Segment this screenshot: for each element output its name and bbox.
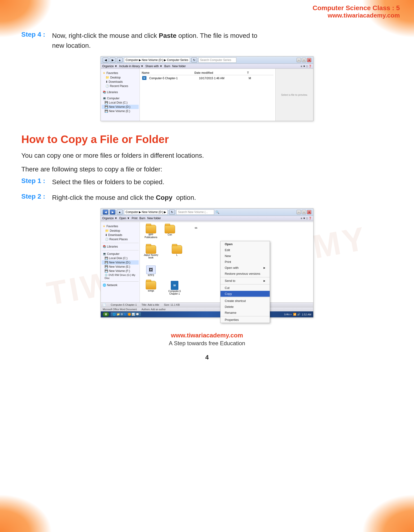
- print-btn-2[interactable]: Print: [132, 217, 137, 220]
- main-content: Step 4 : Now, right-click the mouse and …: [0, 0, 414, 394]
- file-item-chapter1[interactable]: W Computer-5 Chapter-1: [166, 281, 183, 295]
- explorer-main-2: BPP Publications Con ss Jaipur Nusery bo…: [140, 222, 313, 302]
- open-btn-2[interactable]: Open ▼: [119, 217, 130, 220]
- file-label-con: Con: [168, 233, 172, 236]
- ctx-sep-3: [221, 297, 270, 297]
- refresh-btn-1[interactable]: ↻: [191, 57, 197, 63]
- maximize-btn-1[interactable]: □: [302, 58, 306, 62]
- status-type: Microsoft Office Word Document: [103, 308, 137, 311]
- file-item-jaipur[interactable]: Jaipur Nusery book: [143, 245, 159, 259]
- toolbar-1: Organize ▼ Include in library ▼ Share wi…: [101, 64, 313, 69]
- nav-path-1[interactable]: Computer ▶ New Volume (D:) ▶ Computer Se…: [124, 57, 190, 63]
- organize-btn-1[interactable]: Organize ▼: [102, 65, 117, 68]
- organize-btn-2[interactable]: Organize ▼: [102, 217, 117, 220]
- word-icon-chapter1: W: [171, 281, 178, 290]
- step1-block: Step 1 : Select the files or folders to …: [21, 177, 393, 187]
- file-row-1[interactable]: W Computer-5 Chapter-1 10/17/2015 1:46 A…: [142, 75, 273, 81]
- forward-btn-1[interactable]: ▶: [110, 57, 116, 63]
- sidebar-item-favorites[interactable]: ★ Favorites: [102, 71, 139, 75]
- taskbar-links: Links »: [284, 313, 292, 316]
- ctx-restore[interactable]: Restore previous versions: [221, 271, 270, 277]
- up-btn-2[interactable]: ▲: [117, 209, 123, 215]
- ctx-open[interactable]: Open: [221, 241, 270, 247]
- ctx-openwith[interactable]: Open with ▶: [221, 265, 270, 271]
- burn-btn-1[interactable]: Burn: [164, 65, 170, 68]
- sidebar-item-computer[interactable]: 💻 Computer: [102, 96, 139, 101]
- ctx-edit[interactable]: Edit: [221, 247, 270, 253]
- col-type-header: T: [247, 71, 273, 75]
- sb2-computer[interactable]: 💻 Computer: [102, 252, 139, 256]
- up-btn-1[interactable]: ▲: [117, 57, 123, 63]
- sidebar-item-desktop[interactable]: 📁 Desktop: [102, 75, 139, 80]
- sb2-newvol-e[interactable]: 💾 New Volume (E:): [102, 265, 139, 269]
- spacer-l: [162, 245, 166, 259]
- sb2-desktop[interactable]: 📁 Desktop: [102, 228, 139, 233]
- intro-text-2: There are following steps to copy a file…: [21, 164, 393, 175]
- footer: www.tiwariacademy.com A Step towards fre…: [21, 332, 393, 370]
- file-item-bpp[interactable]: BPP Publications: [143, 225, 159, 238]
- ctx-properties[interactable]: Properties: [221, 317, 270, 323]
- sidebar-item-downloads[interactable]: ⬇ Downloads: [102, 80, 139, 84]
- explorer-window-1: ◀ ▶ ▲ Computer ▶ New Volume (D:) ▶ Compu…: [101, 56, 313, 121]
- sb2-downloads[interactable]: ⬇ Downloads: [102, 233, 139, 237]
- file-item-ntfs[interactable]: 🖼 NTFS: [143, 266, 159, 277]
- sidebar-item-recent[interactable]: 🕒 Recent Places: [102, 84, 139, 88]
- include-btn-1[interactable]: Include in library ▼: [119, 65, 144, 68]
- sb2-recent[interactable]: 🕒 Recent Places: [102, 237, 139, 241]
- minimize-btn-1[interactable]: ─: [297, 58, 301, 62]
- new-folder-btn-2[interactable]: New folder: [147, 217, 161, 220]
- new-folder-btn-1[interactable]: New folder: [172, 65, 186, 68]
- close-btn-2[interactable]: ✕: [307, 210, 311, 214]
- sb2-newvol-d[interactable]: 💾 New Volume (D:): [102, 260, 139, 265]
- sidebar-item-libraries[interactable]: 📚 Libraries: [102, 90, 139, 94]
- search-box-1[interactable]: Search Computer Series: [199, 57, 236, 63]
- sb2-localdisk[interactable]: 💾 Local Disk (C:): [102, 256, 139, 260]
- maximize-btn-2[interactable]: □: [302, 210, 306, 214]
- sb2-dvd[interactable]: 💿 DVD RW Drive (G:) My Disc: [102, 273, 139, 280]
- sidebar-item-localdisk[interactable]: 💾 Local Disk (C:): [102, 101, 139, 105]
- ctx-sendto[interactable]: Send to ▶: [221, 278, 270, 284]
- share-btn-1[interactable]: Share with ▼: [145, 65, 163, 68]
- sidebar-favorites: ★ Favorites 📁 Desktop ⬇ Downloads 🕒 Rece…: [102, 71, 139, 88]
- minimize-btn-2[interactable]: ─: [297, 210, 301, 214]
- intro-text-1: You can copy one or more files or folder…: [21, 150, 393, 161]
- file-item-con[interactable]: Con: [162, 225, 178, 238]
- sb2-network[interactable]: 🌐 Network: [102, 283, 139, 287]
- status-authors: Authors: Add an author: [142, 308, 166, 311]
- status-filename: Computer-5 Chapter-1: [111, 303, 137, 306]
- folder-icon-bpp: [146, 225, 156, 233]
- ctx-create-shortcut[interactable]: Create shortcut: [221, 298, 270, 304]
- explorer-titlebar-2: ◀ ▶ ▲ Computer ▶ New Volume (D:) ▶ ↻ Sea…: [101, 209, 313, 216]
- close-btn-1[interactable]: ✕: [307, 58, 311, 62]
- step4-block: Step 4 : Now, right-click the mouse and …: [21, 31, 393, 51]
- taskbar-start-btn[interactable]: ⊞: [103, 312, 109, 317]
- ctx-copy[interactable]: Copy: [221, 291, 270, 297]
- titlebar-controls-1: ─ □ ✕: [297, 58, 311, 62]
- ctx-cut[interactable]: Cut: [221, 285, 270, 291]
- file-item-songs[interactable]: songs: [143, 281, 159, 295]
- file-label-jaipur: Jaipur Nusery book: [143, 254, 159, 259]
- col-name-header: Name: [142, 71, 194, 75]
- sidebar-item-newvol-d[interactable]: 💾 New Volume (D:): [102, 105, 139, 109]
- file-item-l[interactable]: L: [169, 245, 185, 259]
- folder-icon-jaipur: [146, 245, 156, 254]
- ctx-print[interactable]: Print: [221, 259, 270, 265]
- ctx-rename[interactable]: Rename: [221, 310, 270, 316]
- sidebar-item-newvol-e[interactable]: 💾 New Volume (E:): [102, 109, 139, 113]
- sb2-newvol-f[interactable]: 💾 New Volume (F:): [102, 269, 139, 273]
- file-label-l: L: [176, 254, 178, 256]
- back-btn-2[interactable]: ◀: [103, 209, 108, 215]
- search-box-2[interactable]: Search New Volume (...: [176, 209, 214, 215]
- back-btn-1[interactable]: ◀: [103, 57, 108, 63]
- nav-path-2[interactable]: Computer ▶ New Volume (D:) ▶: [124, 209, 168, 215]
- taskbar-icon-2: 📁: [117, 313, 120, 316]
- sb2-libraries[interactable]: 📚 Libraries: [102, 245, 139, 249]
- ctx-delete[interactable]: Delete: [221, 304, 270, 310]
- sb2-favorites[interactable]: ★ Favorites: [102, 224, 139, 228]
- file-type-1: M: [249, 76, 273, 80]
- forward-btn-2[interactable]: ▶: [110, 209, 116, 215]
- refresh-btn-2[interactable]: ↻: [169, 209, 175, 215]
- ctx-new[interactable]: New: [221, 253, 270, 259]
- nav-buttons-2: ◀ ▶ ▲ Computer ▶ New Volume (D:) ▶ ↻ Sea…: [103, 209, 219, 215]
- burn-btn-2[interactable]: Burn: [139, 217, 145, 220]
